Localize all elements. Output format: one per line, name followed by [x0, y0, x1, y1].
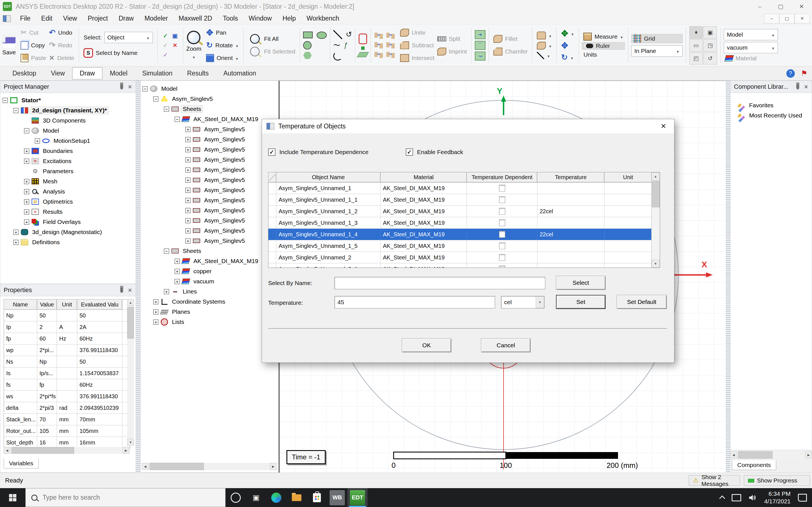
horizontal-scrollbar[interactable]: [730, 451, 812, 459]
table-row[interactable]: delta2*pi/3rad2.09439510239: [4, 402, 130, 414]
pan-button[interactable]: Pan: [205, 26, 240, 39]
menu-window[interactable]: Window: [243, 13, 277, 23]
table-row[interactable]: wp2*pi...376.991118430: [4, 344, 130, 356]
tree-node-optimetrics[interactable]: Optimetrics: [3, 196, 136, 207]
pin-icon[interactable]: [121, 288, 123, 293]
menu-project[interactable]: Project: [82, 13, 113, 23]
tab-results[interactable]: Results: [180, 68, 216, 79]
expand-toggle[interactable]: [185, 208, 191, 213]
menu-edit[interactable]: Edit: [36, 13, 58, 23]
expand-toggle[interactable]: [24, 209, 29, 215]
tree-node-2d-design[interactable]: 2d_design (Transient, XY)*: [3, 105, 136, 115]
tab-variables[interactable]: Variables: [4, 459, 39, 468]
expand-toggle[interactable]: [185, 177, 191, 183]
expand-toggle[interactable]: [24, 219, 29, 225]
cancel-button[interactable]: Cancel: [481, 338, 530, 352]
child-minimize-icon[interactable]: [764, 14, 779, 23]
tab-automation[interactable]: Automation: [216, 68, 263, 79]
tree-node-3d-components[interactable]: 3D Components: [3, 115, 136, 126]
scale-axes-icon[interactable]: [561, 41, 568, 50]
rotate-button[interactable]: Rotate: [205, 39, 240, 52]
tree-node-field-overlays[interactable]: Field Overlays: [3, 217, 136, 227]
table-row[interactable]: Slot_depth16mm16mm: [4, 437, 130, 448]
checkbox-unchecked-icon[interactable]: [499, 254, 505, 261]
col-temp-dependent[interactable]: Temperature Dependent: [467, 172, 538, 182]
tree-node-object[interactable]: Asym_Singlev5: [142, 226, 278, 236]
draw-cylinder-icon[interactable]: [359, 34, 367, 44]
table-row[interactable]: Asym_Singlev5_Unnamed_1_5AK_Steel_DI_MAX…: [268, 240, 660, 252]
expand-toggle[interactable]: [174, 259, 180, 264]
tree-node-object[interactable]: Asym_Singlev5: [142, 205, 278, 216]
split-button[interactable]: Split: [436, 33, 468, 45]
pin-icon[interactable]: [797, 84, 799, 89]
network-icon[interactable]: [732, 494, 741, 501]
unite-button[interactable]: Unite: [399, 26, 436, 39]
tree-node-coordinate-systems[interactable]: Coordinate Systems: [142, 297, 278, 307]
maximize-icon[interactable]: [770, 0, 791, 13]
tree-node-object[interactable]: Asym_Singlev5: [142, 145, 278, 155]
expand-toggle[interactable]: [35, 138, 40, 144]
chamfer-button[interactable]: Chamfer: [492, 45, 529, 58]
expand-toggle[interactable]: [174, 279, 180, 284]
snap-center-icon[interactable]: ◰: [689, 52, 703, 64]
set-button[interactable]: Set: [556, 295, 606, 309]
child-close-icon[interactable]: [795, 14, 810, 23]
volume-icon[interactable]: [749, 494, 757, 501]
table-row[interactable]: fsfp60Hz: [4, 379, 130, 391]
redo-button[interactable]: Redo: [48, 39, 76, 52]
tree-node-group[interactable]: Asym_Singlev5: [142, 94, 278, 104]
tree-node-sheet-material[interactable]: copper: [142, 266, 278, 276]
measure-button[interactable]: Measure: [582, 33, 625, 41]
material-dropdown[interactable]: vacuum: [724, 42, 778, 53]
ok-button[interactable]: OK: [402, 338, 451, 352]
dialog-close-icon[interactable]: [657, 122, 670, 130]
expand-toggle[interactable]: [185, 137, 191, 142]
material-button[interactable]: Material: [724, 55, 778, 62]
menu-modeler[interactable]: Modeler: [139, 13, 173, 23]
snap-face-icon[interactable]: ◳: [703, 39, 717, 52]
delete-button[interactable]: Delete: [48, 52, 76, 64]
table-row[interactable]: fp60Hz60Hz: [4, 333, 130, 344]
tree-node-object[interactable]: Asym_Singlev5: [142, 195, 278, 205]
table-row[interactable]: Asym_Singlev5_Unnamed_1_2AK_Steel_DI_MAX…: [268, 206, 660, 217]
show-all-icon[interactable]: [161, 31, 170, 41]
collapse-toggle[interactable]: [24, 128, 29, 133]
grid-plane-dropdown[interactable]: In Plane: [631, 45, 682, 57]
checkbox-checked-icon[interactable]: [406, 149, 413, 156]
menu-maxwell2d[interactable]: Maxwell 2D: [173, 13, 218, 23]
file-explorer-button[interactable]: [287, 488, 307, 507]
tree-node-lines[interactable]: Lines: [142, 286, 278, 297]
tab-view[interactable]: View: [43, 68, 72, 79]
expand-toggle[interactable]: [185, 187, 191, 193]
table-row-selected[interactable]: Asym_Singlev5_Unnamed_1_4AK_Steel_DI_MAX…: [268, 229, 660, 240]
paste-button[interactable]: Paste: [19, 52, 48, 64]
expand-toggle[interactable]: [24, 189, 29, 194]
tree-node-boundaries[interactable]: Boundaries: [3, 146, 136, 156]
expand-toggle[interactable]: [13, 240, 18, 245]
draw-arc-center-icon[interactable]: [333, 52, 342, 61]
help-icon[interactable]: ?: [786, 69, 795, 78]
pin-icon[interactable]: [121, 84, 123, 89]
vertical-scrollbar[interactable]: [651, 172, 660, 268]
library-item-recent[interactable]: Most Recently Used: [738, 110, 812, 121]
tree-node-3d-design[interactable]: 3d_design (Magnetostatic): [3, 227, 136, 237]
expand-toggle[interactable]: [185, 147, 191, 152]
temperature-unit-dropdown[interactable]: cel: [501, 296, 545, 308]
tree-node-object[interactable]: Asym_Singlev5: [142, 124, 278, 134]
flag-icon[interactable]: [801, 69, 808, 78]
table-row[interactable]: ws2*pi*fs376.991118430: [4, 391, 130, 402]
tree-node-object[interactable]: Asym_Singlev5: [142, 175, 278, 185]
tree-node-sheet-material[interactable]: vacuum: [142, 276, 278, 286]
start-button[interactable]: [0, 488, 26, 507]
panel-splitter[interactable]: [726, 80, 730, 473]
reset-snap-icon[interactable]: ↺: [703, 52, 717, 64]
zoom-button[interactable]: Zoom: [185, 25, 203, 65]
tree-node-sheet-material[interactable]: AK_Steel_DI_MAX_M19: [142, 256, 278, 266]
sweep-vector-icon[interactable]: [537, 32, 546, 40]
chevron-down-icon[interactable]: [536, 296, 544, 308]
dialog-title-bar[interactable]: Temperature of Objects: [262, 119, 674, 133]
ruler-button[interactable]: Ruler: [582, 42, 625, 50]
duplicate-mirror-icon[interactable]: [386, 51, 395, 59]
tree-node-motion-setup[interactable]: MotionSetup1: [3, 136, 136, 146]
sort-icon[interactable]: [269, 174, 275, 180]
